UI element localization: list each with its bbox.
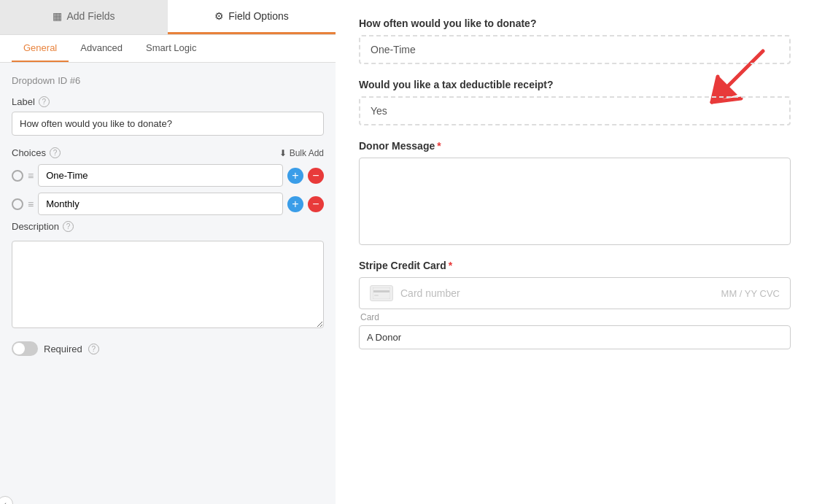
tab-field-options[interactable]: ⚙ Field Options — [168, 0, 336, 34]
label-input[interactable] — [12, 112, 324, 136]
tab-advanced[interactable]: Advanced — [69, 35, 134, 62]
tab-general[interactable]: General — [12, 35, 69, 62]
description-textarea[interactable] — [12, 241, 324, 328]
required-row: Required ? — [12, 341, 324, 356]
panel-body: Dropdown ID #6 Label ? Choices ? ⬇ Bulk … — [0, 63, 336, 504]
remove-choice-1-button[interactable]: − — [308, 168, 324, 184]
donor-message-section: Donor Message* — [359, 140, 791, 245]
description-label-row: Description ? — [12, 221, 324, 232]
card-sub-label: Card — [359, 312, 791, 322]
description-help-icon[interactable]: ? — [63, 221, 74, 232]
donor-message-area[interactable] — [359, 158, 791, 245]
svg-rect-1 — [373, 287, 390, 299]
label-row: Label ? — [12, 96, 324, 107]
question1-label: How often would you like to donate? — [359, 18, 791, 29]
donor-message-label: Donor Message* — [359, 140, 791, 152]
choice-radio-1[interactable] — [12, 170, 23, 182]
choice-input-2[interactable] — [38, 193, 283, 215]
remove-choice-2-button[interactable]: − — [308, 196, 324, 212]
question1-select-wrapper: One-Time Monthly — [359, 35, 791, 64]
tab-add-fields[interactable]: ▦ Add Fields — [0, 0, 168, 34]
toggle-knob — [13, 343, 25, 354]
donor-message-required-star: * — [437, 140, 441, 152]
bulk-add-button[interactable]: ⬇ Bulk Add — [279, 148, 324, 158]
stripe-section: Stripe Credit Card* Card number MM / YY … — [359, 260, 791, 361]
choice-input-1[interactable] — [38, 164, 283, 187]
label-help-icon[interactable]: ? — [39, 96, 50, 107]
description-section: Description ? — [12, 221, 324, 331]
required-toggle[interactable] — [12, 341, 38, 356]
question1-section: How often would you like to donate? One-… — [359, 18, 791, 64]
choice-row-1: ≡ + − — [12, 164, 324, 187]
card-holder-input[interactable] — [359, 325, 791, 349]
svg-rect-3 — [374, 295, 379, 296]
download-icon: ⬇ — [279, 148, 287, 158]
add-choice-2-button[interactable]: + — [287, 196, 303, 212]
question2-select[interactable]: Yes No — [360, 98, 789, 124]
question2-select-wrapper: Yes No — [359, 96, 791, 125]
card-number-placeholder: Card number — [400, 287, 714, 299]
add-fields-icon: ▦ — [53, 10, 62, 22]
question2-section: Would you like a tax deductible receipt?… — [359, 79, 791, 125]
required-help-icon[interactable]: ? — [88, 344, 99, 354]
choice-radio-2[interactable] — [12, 198, 23, 210]
card-date-cvc: MM / YY CVC — [721, 288, 780, 299]
field-options-icon: ⚙ — [214, 10, 224, 22]
choices-label: Choices ? — [12, 147, 61, 158]
tab-smart-logic[interactable]: Smart Logic — [134, 35, 208, 62]
stripe-required-star: * — [449, 260, 452, 271]
field-title: Dropdown ID #6 — [12, 74, 324, 86]
stripe-label: Stripe Credit Card* — [359, 260, 791, 271]
card-icon — [370, 285, 393, 301]
drag-handle-2[interactable]: ≡ — [28, 198, 34, 210]
sub-tabs-bar: General Advanced Smart Logic — [0, 35, 336, 63]
tab-header: ▦ Add Fields ⚙ Field Options — [0, 0, 336, 35]
right-panel: How often would you like to donate? One-… — [336, 0, 814, 504]
choices-help-icon[interactable]: ? — [50, 147, 61, 158]
drag-handle-1[interactable]: ≡ — [28, 170, 34, 182]
choice-row-2: ≡ + − — [12, 193, 324, 215]
add-choice-1-button[interactable]: + — [287, 168, 303, 184]
stripe-card-field[interactable]: Card number MM / YY CVC — [359, 277, 791, 309]
svg-rect-2 — [373, 290, 389, 292]
question1-select[interactable]: One-Time Monthly — [360, 36, 789, 63]
choices-header: Choices ? ⬇ Bulk Add — [12, 147, 324, 158]
question2-label: Would you like a tax deductible receipt? — [359, 79, 791, 90]
